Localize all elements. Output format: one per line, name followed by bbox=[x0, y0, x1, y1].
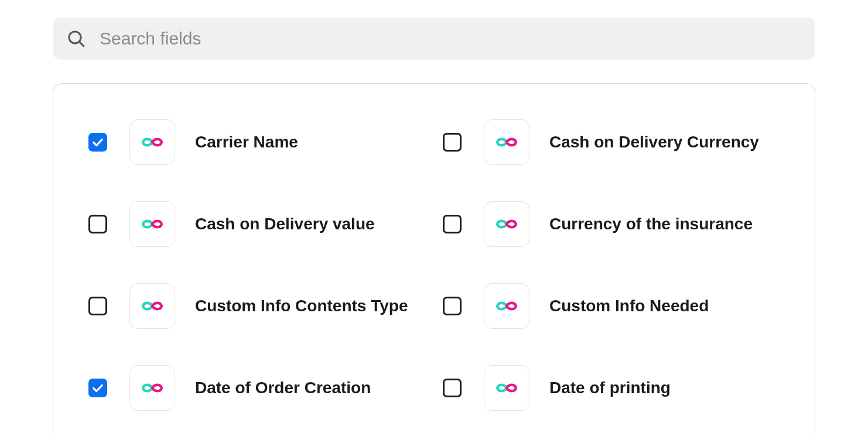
checkbox-date-order-creation[interactable] bbox=[88, 379, 107, 397]
field-row: Date of printing bbox=[443, 347, 780, 429]
checkbox-custom-info-contents-type[interactable] bbox=[88, 297, 107, 315]
infinity-icon bbox=[129, 201, 175, 247]
fields-panel: Carrier Name Cash on Delivery Currency bbox=[53, 83, 815, 433]
infinity-icon bbox=[484, 201, 529, 247]
field-row: Cash on Delivery value bbox=[88, 183, 425, 265]
field-row: Date of Order Creation bbox=[88, 347, 425, 429]
infinity-icon bbox=[129, 283, 175, 329]
search-bar[interactable] bbox=[53, 18, 815, 60]
fields-grid: Carrier Name Cash on Delivery Currency bbox=[88, 101, 780, 429]
field-label: Date of printing bbox=[549, 377, 671, 398]
svg-line-1 bbox=[80, 42, 84, 46]
infinity-icon bbox=[484, 365, 529, 411]
checkbox-cod-value[interactable] bbox=[88, 215, 107, 233]
field-label: Currency of the insurance bbox=[549, 214, 753, 235]
field-label: Cash on Delivery value bbox=[195, 214, 375, 235]
infinity-icon bbox=[129, 365, 175, 411]
field-label: Carrier Name bbox=[195, 132, 298, 153]
field-row: Custom Info Needed bbox=[443, 265, 780, 347]
infinity-icon bbox=[129, 119, 175, 165]
checkbox-cod-currency[interactable] bbox=[443, 133, 462, 152]
field-row: Currency of the insurance bbox=[443, 183, 780, 265]
checkbox-custom-info-needed[interactable] bbox=[443, 297, 462, 315]
field-label: Date of Order Creation bbox=[195, 377, 371, 398]
field-row: Cash on Delivery Currency bbox=[443, 101, 780, 183]
field-label: Cash on Delivery Currency bbox=[549, 132, 759, 153]
field-row: Custom Info Contents Type bbox=[88, 265, 425, 347]
infinity-icon bbox=[484, 119, 529, 165]
field-label: Custom Info Contents Type bbox=[195, 295, 408, 317]
checkbox-carrier-name[interactable] bbox=[88, 133, 107, 152]
field-label: Custom Info Needed bbox=[549, 295, 709, 317]
checkbox-date-printing[interactable] bbox=[443, 379, 462, 397]
field-row: Carrier Name bbox=[88, 101, 425, 183]
search-input[interactable] bbox=[98, 28, 801, 49]
infinity-icon bbox=[484, 283, 529, 329]
search-icon bbox=[67, 29, 86, 48]
checkbox-currency-insurance[interactable] bbox=[443, 215, 462, 233]
